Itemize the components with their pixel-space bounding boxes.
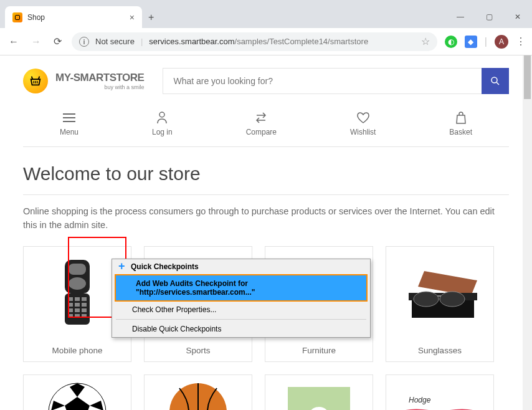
category-card[interactable]: Hodge xyxy=(386,374,494,411)
plus-icon: + xyxy=(118,262,127,271)
svg-point-35 xyxy=(440,292,465,307)
category-label: Sports xyxy=(186,340,210,361)
nav-basket[interactable]: Basket xyxy=(449,112,472,136)
nav-label: Basket xyxy=(449,128,472,136)
category-card[interactable] xyxy=(23,374,131,411)
window-maximize-button[interactable]: ▢ xyxy=(475,6,503,28)
brand-tagline: buy with a smile xyxy=(55,84,144,90)
tab-close-icon[interactable]: × xyxy=(130,12,135,22)
forward-button: → xyxy=(29,34,44,50)
separator: | xyxy=(485,36,487,47)
bag-icon xyxy=(455,112,467,124)
category-image xyxy=(46,375,108,411)
category-label: Sunglasses xyxy=(418,340,462,361)
divider xyxy=(23,194,509,195)
chrome-menu-icon[interactable]: ⋮ xyxy=(516,36,526,47)
menu-item-add-web-audits[interactable]: Add Web Audits Checkpoint for "http://se… xyxy=(115,274,368,302)
svg-rect-45 xyxy=(288,387,350,411)
category-label: Furniture xyxy=(302,340,336,361)
page-title: Welcome to our store xyxy=(23,163,509,184)
tab-title: Shop xyxy=(27,13,125,22)
nav-wishlist[interactable]: Wishlist xyxy=(350,112,376,136)
browser-toolbar: ← → ⟳ i Not secure | services.smartbear.… xyxy=(0,28,532,55)
extension-icon-1[interactable]: ◐ xyxy=(445,36,457,48)
nav-menu[interactable]: Menu xyxy=(60,112,78,136)
nav-label: Menu xyxy=(60,128,78,136)
basket-icon xyxy=(29,74,42,88)
window-minimize-button[interactable]: — xyxy=(446,6,475,28)
svg-text:Hodge: Hodge xyxy=(409,396,431,404)
window-close-button[interactable]: ✕ xyxy=(503,6,532,28)
separator: | xyxy=(141,37,143,46)
profile-avatar[interactable]: A xyxy=(495,35,508,49)
bookmark-star-icon[interactable]: ☆ xyxy=(421,36,430,47)
site-info-icon[interactable]: i xyxy=(79,37,89,47)
new-tab-button[interactable]: + xyxy=(142,7,160,28)
search-button[interactable] xyxy=(482,68,509,94)
nav-label: Wishlist xyxy=(350,128,376,136)
browser-tab[interactable]: Shop × xyxy=(5,6,142,28)
security-status: Not secure xyxy=(95,37,135,46)
category-image xyxy=(396,247,483,340)
nav-label: Compare xyxy=(246,128,277,136)
menu-separator xyxy=(116,319,366,320)
svg-point-34 xyxy=(414,292,439,307)
quick-checkpoints-menu: + Quick Checkpoints Add Web Audits Check… xyxy=(112,259,371,338)
reload-button[interactable]: ⟳ xyxy=(51,33,64,50)
store-logo[interactable] xyxy=(23,69,48,93)
category-card[interactable] xyxy=(144,374,252,411)
compare-icon xyxy=(254,112,268,124)
category-card-sunglasses[interactable]: Sunglasses xyxy=(386,246,494,362)
svg-point-3 xyxy=(492,77,497,83)
menu-header: Quick Checkpoints xyxy=(131,262,199,271)
url-host: services.smartbear.com xyxy=(149,37,234,46)
svg-point-8 xyxy=(159,112,164,117)
brand-name: MY-SMARTSTORE xyxy=(55,72,144,84)
search-icon xyxy=(490,75,501,87)
intro-text: Online shopping is the process consumers… xyxy=(23,205,509,232)
tab-favicon xyxy=(12,12,22,22)
category-card[interactable] xyxy=(265,374,373,411)
category-image xyxy=(167,375,229,411)
back-button[interactable]: ← xyxy=(6,34,21,50)
address-bar[interactable]: i Not secure | services.smartbear.com/sa… xyxy=(72,32,437,51)
svg-line-4 xyxy=(496,82,499,85)
user-icon xyxy=(156,112,168,124)
nav-label: Log in xyxy=(152,128,173,136)
scrollbar-track[interactable] xyxy=(523,55,532,410)
menu-item-disable[interactable]: Disable Quick Checkpoints xyxy=(112,321,370,337)
hamburger-icon xyxy=(63,112,75,124)
category-image xyxy=(282,375,356,411)
search-input[interactable] xyxy=(163,68,482,94)
extension-icon-2[interactable]: ◆ xyxy=(465,36,477,48)
browser-tabstrip: Shop × + — ▢ ✕ xyxy=(0,0,532,28)
nav-login[interactable]: Log in xyxy=(152,112,173,136)
menu-item-check-other[interactable]: Check Other Properties... xyxy=(112,302,370,318)
category-label: Mobile phone xyxy=(52,340,102,361)
url-path: /samples/TestComplete14/smartstore xyxy=(235,37,369,46)
scrollbar-thumb[interactable] xyxy=(524,55,531,99)
category-image: Hodge xyxy=(399,375,480,411)
nav-compare[interactable]: Compare xyxy=(246,112,277,136)
heart-icon xyxy=(357,112,369,124)
